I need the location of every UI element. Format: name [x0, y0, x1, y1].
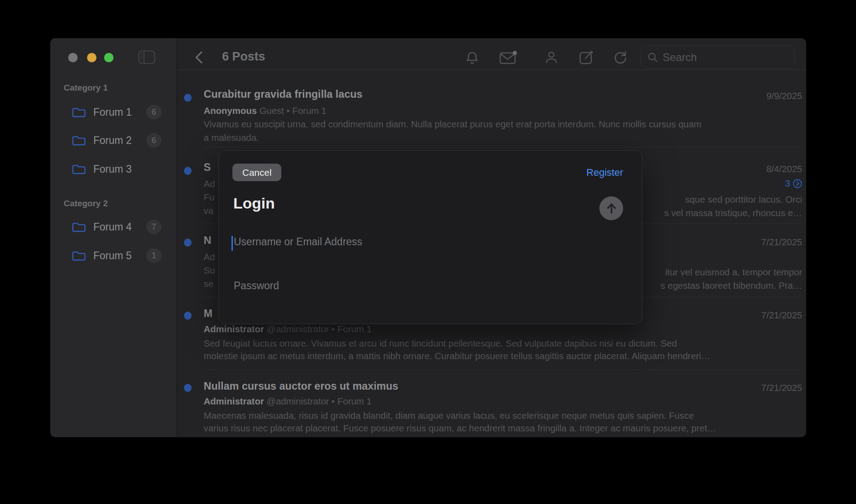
post-date: 7/21/2025 — [761, 382, 802, 393]
reply-count: 3 — [785, 178, 790, 189]
post-preview-line: varius risus nec placerat placerat. Fusc… — [204, 423, 716, 434]
post-author: Administrator — [204, 396, 264, 406]
page-title: 6 Posts — [222, 50, 265, 64]
username-field[interactable] — [234, 236, 548, 248]
unread-dot — [513, 51, 517, 55]
post-title-fragment: S — [204, 161, 211, 174]
post-preview-fragment: sque sed porttitor lacus. Orci — [685, 194, 802, 205]
register-link[interactable]: Register — [586, 167, 623, 178]
unread-count-badge: 1 — [146, 248, 162, 263]
post-author-meta: @administrator • Forum 1 — [266, 324, 371, 334]
post-title-fragment: N — [204, 235, 211, 247]
envelope-icon — [499, 51, 517, 64]
sidebar: Category 1 Forum 1 6 Forum 2 6 — [50, 38, 177, 437]
post-title: Curabitur gravida fringilla lacus — [204, 88, 362, 100]
post-author: Anonymous — [204, 105, 257, 116]
sidebar-item-label: Forum 1 — [93, 106, 132, 118]
post-meta: Administrator @administrator • Forum 1 — [204, 324, 371, 335]
back-button[interactable] — [194, 50, 208, 65]
post-meta: Administrator @administrator • Forum 1 — [204, 396, 371, 407]
person-icon — [545, 50, 558, 65]
password-field[interactable] — [234, 280, 548, 292]
unread-dot — [184, 312, 192, 320]
window-zoom-button[interactable] — [104, 53, 114, 62]
folder-icon — [72, 106, 86, 118]
folder-icon — [72, 135, 86, 146]
post-meta: Anonymous Guest • Forum 1 — [204, 105, 327, 116]
sidebar-item-label: Forum 3 — [93, 163, 132, 175]
search-field[interactable] — [641, 46, 795, 69]
sidebar-toggle-button[interactable] — [138, 50, 155, 64]
post-preview-line: Vivamus eu suscipit urna, sed condimentu… — [204, 119, 701, 130]
unread-dot — [184, 384, 192, 392]
login-modal: Cancel Register Login — [218, 150, 642, 324]
folder-icon — [72, 163, 86, 175]
search-input[interactable] — [663, 51, 802, 64]
chevron-right-circle-icon — [793, 179, 802, 188]
messages-button[interactable] — [498, 48, 518, 67]
sidebar-item-label: Forum 4 — [93, 221, 132, 233]
post-title: Nullam cursus auctor eros ut maximus — [204, 380, 398, 392]
folder-icon — [72, 221, 86, 233]
post-preview-line: molestie ipsum ac metus interdum, a matt… — [204, 351, 710, 361]
search-icon — [647, 52, 658, 63]
bell-icon — [465, 50, 479, 65]
text-cursor — [231, 236, 233, 251]
post-meta-fragment: Ad — [204, 178, 215, 189]
sidebar-item-label: Forum 2 — [93, 135, 132, 147]
post-preview-fragment: Su — [204, 265, 215, 276]
post-preview-line: Maecenas malesuada, risus id gravida bla… — [204, 410, 694, 421]
login-title: Login — [233, 195, 275, 212]
unread-count-badge: 7 — [146, 220, 162, 234]
post-preview-fragment: Fu — [204, 192, 214, 203]
unread-count-badge: 6 — [146, 133, 162, 148]
post-title-fragment: M — [204, 308, 213, 320]
compose-icon — [579, 50, 594, 65]
window-minimize-button[interactable] — [87, 53, 96, 62]
reply-count-button[interactable]: 3 — [785, 178, 802, 189]
unread-dot — [184, 167, 192, 175]
sidebar-toggle-icon — [138, 50, 155, 64]
post-meta-fragment: Ad — [204, 252, 215, 262]
profile-button[interactable] — [542, 48, 561, 67]
sidebar-item-forum-3[interactable]: Forum 3 — [72, 160, 162, 178]
sidebar-section-category-1: Category 1 — [64, 83, 108, 93]
sidebar-item-forum-2[interactable]: Forum 2 6 — [72, 131, 162, 150]
sidebar-item-forum-4[interactable]: Forum 4 7 — [72, 217, 162, 236]
divider — [204, 147, 802, 148]
post-preview-fragment: itur vel euismod a, tempor tempor — [665, 267, 802, 278]
unread-dot — [184, 94, 192, 102]
sidebar-item-forum-1[interactable]: Forum 1 6 — [72, 103, 162, 122]
refresh-icon — [613, 50, 627, 65]
post-author-meta: Guest • Forum 1 — [259, 105, 327, 116]
post-preview-fragment: se — [204, 278, 214, 289]
post-date: 8/4/2025 — [766, 164, 802, 174]
compose-button[interactable] — [576, 48, 596, 67]
unread-count-badge: 6 — [146, 105, 162, 119]
submit-login-button[interactable] — [599, 196, 623, 220]
unread-dot — [184, 239, 192, 247]
post-author: Administrator — [204, 324, 264, 334]
sidebar-item-forum-5[interactable]: Forum 5 1 — [72, 246, 162, 265]
sidebar-section-category-2: Category 2 — [64, 199, 108, 209]
cancel-button[interactable]: Cancel — [232, 164, 281, 181]
post-date: 7/21/2025 — [761, 310, 802, 321]
divider — [204, 369, 802, 370]
post-date: 9/9/2025 — [766, 91, 802, 101]
arrow-up-icon — [605, 201, 618, 216]
window-close-button[interactable] — [68, 53, 78, 62]
notifications-button[interactable] — [462, 48, 482, 67]
post-preview-fragment: s egestas laoreet bibendum. Pra… — [660, 280, 802, 291]
folder-icon — [72, 250, 86, 261]
divider — [177, 70, 806, 70]
chevron-left-icon — [194, 51, 208, 64]
post-preview-line: Sed feugiat luctus ornare. Vivamus et ar… — [204, 338, 677, 349]
post-preview-fragment: va — [204, 205, 214, 216]
post-author-meta: @administrator • Forum 1 — [266, 396, 371, 406]
refresh-button[interactable] — [610, 48, 630, 67]
post-date: 7/21/2025 — [761, 237, 802, 248]
desktop: Category 1 Forum 1 6 Forum 2 6 — [0, 0, 856, 504]
sidebar-item-label: Forum 5 — [93, 250, 132, 262]
post-preview-fragment: s vel massa tristique, rhoncus e… — [664, 208, 802, 218]
post-preview-line: a malesuada. — [204, 132, 259, 143]
